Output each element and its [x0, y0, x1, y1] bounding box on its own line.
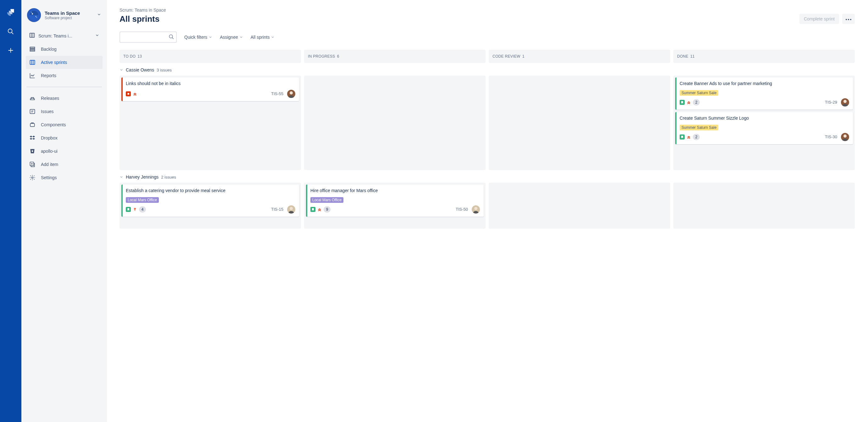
- sidebar-item-reports[interactable]: Reports: [26, 69, 102, 82]
- card-title: Links should not be in italics: [126, 81, 295, 87]
- swimlane-header[interactable]: Cassie Owens3 issues: [120, 67, 855, 73]
- chevron-down-icon: [120, 175, 123, 179]
- sidebar-label: Active sprints: [41, 60, 67, 65]
- sidebar-label: Add item: [41, 162, 58, 167]
- sidebar-item-issues[interactable]: Issues: [26, 105, 102, 118]
- swimlane-column[interactable]: Establish a catering vendor to provide m…: [120, 182, 301, 229]
- sidebar-label: Releases: [41, 96, 59, 101]
- card-stripe: [675, 78, 677, 110]
- epic-tag[interactable]: Local Mars Office: [310, 197, 343, 203]
- board-search-input[interactable]: [120, 31, 177, 43]
- swimlane-column[interactable]: [673, 182, 855, 229]
- issue-card[interactable]: Create Banner Ads to use for partner mar…: [675, 78, 853, 110]
- priority-highest-icon: [133, 92, 137, 96]
- story-points: 2: [693, 99, 700, 106]
- sidebar-item-active-sprints[interactable]: Active sprints: [26, 56, 102, 69]
- sprints-dropdown[interactable]: All sprints: [251, 35, 275, 40]
- swimlane-column[interactable]: [489, 76, 670, 170]
- swimlane-header[interactable]: Harvey Jennings2 issues: [120, 174, 855, 179]
- swimlane-column[interactable]: Links should not be in italicsTIS-55: [120, 76, 301, 170]
- epic-tag[interactable]: Summer Saturn Sale: [680, 125, 718, 131]
- project-sidebar: Teams in Space Software project Scrum: T…: [21, 0, 107, 422]
- chevron-down-icon: [97, 12, 101, 18]
- board-icon: [29, 32, 35, 39]
- complete-sprint-button[interactable]: Complete sprint: [800, 14, 839, 24]
- swimlane-column[interactable]: Create Banner Ads to use for partner mar…: [673, 76, 855, 170]
- search-input-wrap: [120, 31, 177, 43]
- jira-logo-icon[interactable]: [6, 8, 15, 17]
- search-icon[interactable]: [6, 27, 15, 36]
- svg-rect-5: [30, 33, 35, 37]
- more-button[interactable]: [842, 14, 855, 24]
- issues-icon: [29, 108, 36, 115]
- story-icon: [126, 207, 131, 212]
- issue-card[interactable]: Create Saturn Summer Sizzle LogoSummer S…: [675, 112, 853, 144]
- assignee-dropdown[interactable]: Assignee: [220, 35, 243, 40]
- sidebar-label: Dropbox: [41, 135, 58, 140]
- search-icon: [168, 34, 174, 41]
- sidebar-label: Settings: [41, 175, 57, 180]
- story-icon: [680, 100, 685, 105]
- reports-icon: [29, 72, 36, 79]
- more-icon: [845, 17, 851, 21]
- issue-key[interactable]: TIS-29: [825, 100, 837, 105]
- svg-point-19: [290, 91, 293, 94]
- column-count: 13: [137, 54, 142, 59]
- column-count: 6: [337, 54, 339, 59]
- project-avatar-icon: [27, 8, 41, 22]
- issue-card[interactable]: Links should not be in italicsTIS-55: [121, 78, 299, 101]
- card-stripe: [121, 185, 123, 217]
- svg-point-23: [474, 207, 477, 210]
- filter-label: Quick filters: [184, 35, 207, 40]
- story-icon: [680, 135, 685, 140]
- swimlane-row: Establish a catering vendor to provide m…: [120, 182, 855, 229]
- avatar: [841, 133, 849, 141]
- swimlane-column[interactable]: Hire office manager for Mars officeLocal…: [304, 182, 486, 229]
- svg-rect-10: [30, 109, 35, 113]
- sidebar-label: Issues: [41, 109, 54, 114]
- quick-filters-dropdown[interactable]: Quick filters: [184, 35, 212, 40]
- sidebar-item-settings[interactable]: Settings: [26, 171, 102, 184]
- sidebar-item-components[interactable]: Components: [26, 118, 102, 131]
- filter-label: Assignee: [220, 35, 238, 40]
- releases-icon: [29, 95, 36, 102]
- swimlane: Harvey Jennings2 issuesEstablish a cater…: [120, 174, 855, 229]
- column-count: 11: [690, 54, 695, 59]
- svg-rect-9: [30, 60, 35, 64]
- svg-rect-11: [30, 123, 34, 126]
- sidebar-item-add[interactable]: Add item: [26, 158, 102, 171]
- swimlane-column[interactable]: [489, 182, 670, 229]
- backlog-icon: [29, 46, 36, 53]
- filter-label: All sprints: [251, 35, 270, 40]
- epic-tag[interactable]: Local Mars Office: [126, 197, 159, 203]
- create-icon[interactable]: [6, 46, 15, 55]
- epic-tag[interactable]: Summer Saturn Sale: [680, 90, 718, 96]
- story-icon: [310, 207, 315, 212]
- sidebar-item-releases[interactable]: Releases: [26, 92, 102, 105]
- svg-point-22: [290, 207, 293, 210]
- svg-point-4: [35, 16, 36, 17]
- issue-card[interactable]: Establish a catering vendor to provide m…: [121, 185, 299, 217]
- sidebar-item-dropbox[interactable]: Dropbox: [26, 131, 102, 145]
- breadcrumb[interactable]: Scrum: Teams in Space: [120, 7, 855, 12]
- issue-key[interactable]: TIS-15: [271, 207, 283, 212]
- board-breadcrumb[interactable]: Scrum: Teams i...: [21, 29, 107, 43]
- svg-point-18: [127, 93, 129, 95]
- avatar: [841, 98, 849, 107]
- swimlane-column[interactable]: [304, 76, 486, 170]
- issue-key[interactable]: TIS-55: [271, 91, 283, 96]
- global-nav: [0, 0, 21, 422]
- project-type: Software project: [45, 16, 80, 20]
- sidebar-label: Components: [41, 122, 66, 127]
- divider: [26, 87, 102, 87]
- board-icon: [29, 59, 36, 66]
- board-crumb-label: Scrum: Teams i...: [38, 33, 72, 38]
- gear-icon: [29, 174, 36, 181]
- issue-key[interactable]: TIS-30: [825, 135, 837, 139]
- issue-key[interactable]: TIS-50: [456, 207, 468, 212]
- issue-card[interactable]: Hire office manager for Mars officeLocal…: [306, 185, 484, 217]
- sidebar-item-apollo-ui[interactable]: apollo-ui: [26, 145, 102, 158]
- column-header: DONE11: [673, 50, 855, 63]
- project-switcher[interactable]: Teams in Space Software project: [21, 6, 107, 29]
- sidebar-item-backlog[interactable]: Backlog: [26, 43, 102, 56]
